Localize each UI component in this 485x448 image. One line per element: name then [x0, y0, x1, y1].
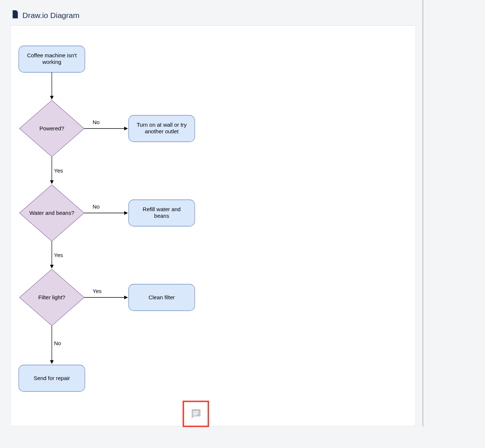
node-send-repair[interactable]: Send for repair: [19, 365, 85, 391]
edge-powered-no: No: [84, 119, 127, 129]
svg-rect-17: [193, 414, 197, 415]
edge-water-no: No: [84, 203, 127, 213]
panel-header: Draw.io Diagram: [4, 0, 423, 25]
edge-powered-yes: Yes: [52, 157, 63, 184]
panel-title: Draw.io Diagram: [22, 11, 79, 20]
node-powered-label: Powered?: [39, 125, 64, 131]
edge-powered-no-label: No: [93, 119, 100, 125]
node-water-beans-label: Water and beans?: [29, 210, 74, 216]
edge-filter-no: No: [52, 326, 61, 364]
diagram-panel: Draw.io Diagram Coffee machine isn'twork…: [4, 0, 423, 426]
node-clean-filter-label: Clean filter: [148, 294, 175, 300]
flowchart-svg: Coffee machine isn'tworking Powered? No …: [11, 26, 415, 422]
edge-filter-yes-label: Yes: [93, 288, 101, 294]
edge-filter-yes: Yes: [84, 288, 127, 297]
node-refill[interactable]: Refill water andbeans: [129, 200, 195, 226]
node-turn-on[interactable]: Turn on at wall or tryanother outlet: [129, 115, 195, 142]
edge-powered-yes-label: Yes: [54, 167, 63, 174]
node-clean-filter[interactable]: Clean filter: [129, 284, 195, 311]
comment-button-highlight: [183, 401, 209, 427]
node-water-beans[interactable]: Water and beans?: [19, 185, 84, 241]
edge-water-yes: Yes: [52, 241, 63, 268]
node-filter-light[interactable]: Filter light?: [19, 269, 84, 326]
diagram-canvas[interactable]: Coffee machine isn'tworking Powered? No …: [10, 25, 416, 426]
edge-filter-no-label: No: [54, 340, 61, 346]
comment-icon[interactable]: [190, 408, 202, 420]
node-powered[interactable]: Powered?: [19, 100, 84, 157]
edge-water-no-label: No: [93, 203, 100, 210]
node-filter-light-label: Filter light?: [38, 294, 65, 300]
node-send-repair-label: Send for repair: [33, 375, 70, 381]
page-icon: [12, 10, 19, 20]
node-start[interactable]: Coffee machine isn'tworking: [19, 46, 85, 72]
edge-water-yes-label: Yes: [54, 252, 63, 258]
svg-rect-15: [193, 411, 198, 412]
svg-rect-16: [193, 413, 198, 414]
